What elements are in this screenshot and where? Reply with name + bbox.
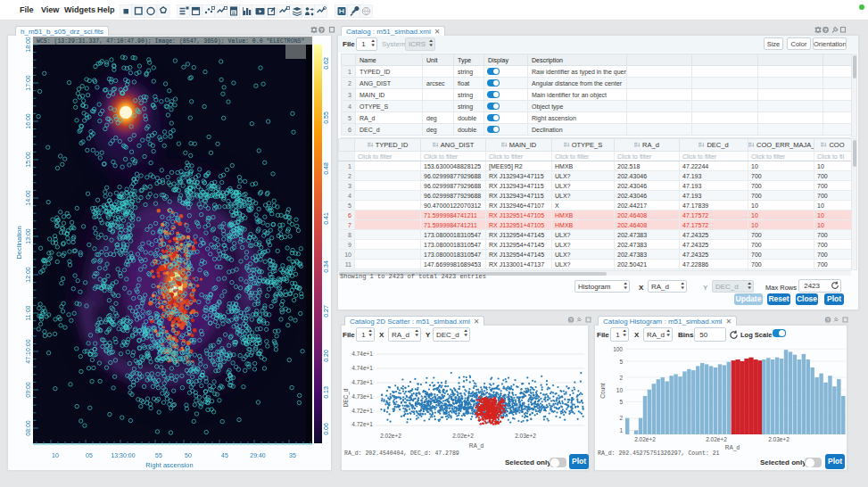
svg-text:0.20: 0.20 — [323, 350, 329, 362]
svg-text:10: 10 — [616, 387, 624, 393]
svg-text:0.41: 0.41 — [323, 212, 329, 225]
svg-text:2.03e+2: 2.03e+2 — [768, 436, 789, 442]
svg-text:13:00: 13:00 — [25, 228, 31, 244]
svg-text:14:00: 14:00 — [25, 190, 31, 206]
svg-text:13:30:00: 13:30:00 — [111, 452, 135, 458]
svg-text:45: 45 — [221, 452, 228, 458]
svg-text:RA_d: RA_d — [725, 444, 740, 451]
svg-text:0.62: 0.62 — [323, 57, 329, 70]
svg-text:2.03e+2: 2.03e+2 — [515, 433, 536, 439]
svg-text:4.72e+1: 4.72e+1 — [351, 408, 373, 414]
svg-text:55: 55 — [155, 452, 162, 458]
svg-text:5: 5 — [619, 359, 623, 365]
svg-text:4.74e+1: 4.74e+1 — [351, 365, 373, 371]
svg-text:35: 35 — [289, 452, 296, 458]
svg-text:4.74e+1: 4.74e+1 — [351, 351, 373, 357]
svg-text:16:00: 16:00 — [25, 113, 31, 129]
svg-text:4.73e+1: 4.73e+1 — [351, 393, 373, 400]
svg-text:Right ascension: Right ascension — [145, 461, 193, 469]
svg-text:0.13: 0.13 — [323, 386, 329, 399]
svg-text:Count: Count — [599, 383, 606, 399]
svg-text:18:00: 18:00 — [25, 37, 31, 53]
svg-text:DEC_d: DEC_d — [343, 388, 350, 407]
svg-text:WCS: (13:29:31.337, 47:10:47.9: WCS: (13:29:31.337, 47:10:47.90); Image:… — [37, 38, 304, 45]
svg-text:15:00: 15:00 — [25, 152, 31, 168]
svg-text:09:00: 09:00 — [25, 382, 31, 398]
svg-text:2.02e+2: 2.02e+2 — [380, 433, 401, 439]
svg-text:?: ? — [824, 27, 828, 33]
svg-text:08:00: 08:00 — [25, 420, 31, 436]
svg-text:0.55: 0.55 — [323, 111, 329, 124]
svg-text:5: 5 — [619, 399, 623, 405]
svg-text:?: ? — [320, 27, 324, 33]
svg-text:2: 2 — [619, 375, 623, 381]
svg-text:4.72e+1: 4.72e+1 — [351, 421, 373, 427]
svg-text:2.02e+2: 2.02e+2 — [452, 433, 474, 439]
svg-text:100: 100 — [613, 346, 623, 352]
svg-text:0.27: 0.27 — [323, 305, 329, 318]
svg-text:0.48: 0.48 — [323, 162, 329, 175]
svg-text:0.06: 0.06 — [323, 423, 329, 435]
svg-text:4.73e+1: 4.73e+1 — [351, 379, 373, 385]
svg-text:RA_d: RA_d — [469, 442, 484, 450]
svg-text:2.02e+2: 2.02e+2 — [706, 436, 727, 442]
svg-text:17:00: 17:00 — [25, 75, 31, 91]
svg-text:11:00: 11:00 — [25, 305, 31, 320]
svg-text:Declination: Declination — [15, 226, 23, 259]
svg-text:50: 50 — [185, 452, 192, 458]
svg-text:2: 2 — [619, 415, 623, 421]
svg-text:10: 10 — [52, 452, 59, 458]
svg-text:05: 05 — [86, 452, 93, 458]
svg-text:1: 1 — [619, 427, 623, 433]
svg-text:29:40: 29:40 — [250, 452, 266, 458]
svg-text:0.34: 0.34 — [323, 260, 329, 273]
svg-text:47:10:00: 47:10:00 — [25, 339, 31, 363]
svg-text:2.02e+2: 2.02e+2 — [634, 436, 656, 442]
svg-text:12:00: 12:00 — [25, 267, 31, 283]
